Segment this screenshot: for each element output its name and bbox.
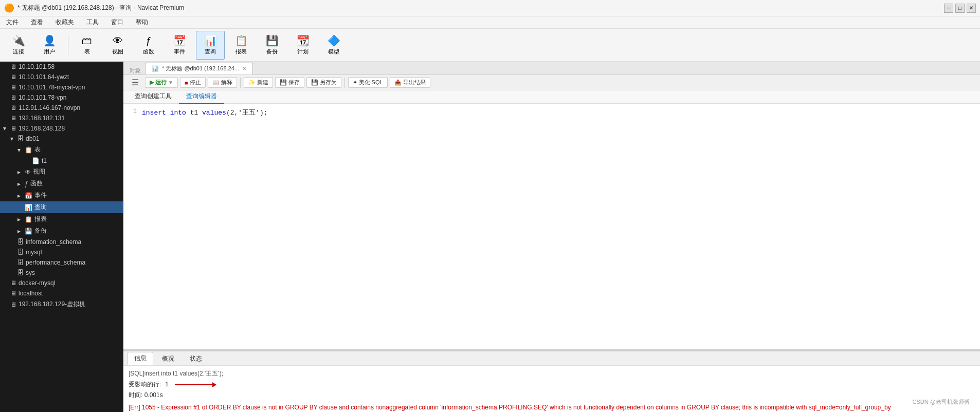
sidebar-item-vm[interactable]: 🖥 192.168.182.129-虚拟机 [0, 298, 123, 310]
export-button[interactable]: 📤 导出结果 [390, 77, 430, 88]
tab-close-icon[interactable]: ✕ [242, 66, 246, 71]
sidebar-label-info_schema: information_schema [26, 238, 81, 246]
explain-icon: 📖 [212, 79, 220, 86]
sidebar-item-db01[interactable]: ▾ 🗄 db01 [0, 134, 123, 144]
run-button[interactable]: ▶ 运行 ▼ [145, 77, 178, 88]
toolbar-btn-report[interactable]: 📋 报表 [227, 31, 256, 60]
minimize-button[interactable]: ─ [944, 4, 953, 13]
menu-item-帮助[interactable]: 帮助 [134, 17, 150, 28]
beautify-button[interactable]: ✦ 美化 SQL [348, 77, 388, 88]
new-button[interactable]: ✨ 新建 [244, 77, 273, 88]
menu-item-查看[interactable]: 查看 [29, 17, 45, 28]
toolbar-btn-user[interactable]: 👤 用户 [35, 31, 64, 60]
sidebar-expand-functions: ▸ [17, 180, 23, 188]
toolbar-btn-connect[interactable]: 🔌 连接 [4, 31, 33, 60]
sidebar-item-events[interactable]: ▸ 📅 事件 [0, 190, 123, 201]
toolbar-btn-function[interactable]: ƒ 函数 [134, 31, 163, 60]
menu-item-文件[interactable]: 文件 [4, 17, 21, 28]
sidebar-label-ip7: 192.168.248.128 [19, 125, 65, 132]
toolbar-btn-model[interactable]: 🔷 模型 [319, 31, 348, 60]
sidebar-item-ip5[interactable]: 🖥 112.91.146.167-novpn [0, 103, 123, 113]
sidebar-icon-ip2: 🖥 [10, 73, 16, 81]
sidebar-expand-tables: ▾ [17, 146, 23, 154]
export-label: 导出结果 [403, 79, 426, 86]
result-sql-line: [SQL]insert into t1 values(2,'王五'); [129, 369, 975, 379]
toolbar-btn-backup[interactable]: 💾 备份 [258, 31, 286, 60]
sidebar-item-localhost[interactable]: 🖥 localhost [0, 288, 123, 298]
stop-icon: ■ [185, 80, 188, 86]
sidebar-item-mysql[interactable]: 🗄 mysql [0, 247, 123, 257]
sidebar-label-ip6: 192.168.182.131 [19, 115, 65, 122]
main-layout: 🖥 10.10.101.58 🖥 10.10.101.64-ywzt 🖥 10.… [0, 62, 980, 412]
results-tab-状态[interactable]: 状态 [183, 352, 209, 365]
sidebar-icon-ip4: 🖥 [10, 94, 16, 101]
sidebar-item-ip3[interactable]: 🖥 10.10.101.78-mycat-vpn [0, 82, 123, 92]
function-icon: ƒ [146, 35, 151, 47]
sidebar-label-ip2: 10.10.101.64-ywzt [19, 73, 69, 81]
run-icon: ▶ [150, 79, 154, 86]
sidebar-item-ip1[interactable]: 🖥 10.10.101.58 [0, 62, 123, 72]
menu-item-工具[interactable]: 工具 [84, 17, 101, 28]
sidebar-label-perf_schema: performance_schema [26, 259, 85, 266]
sidebar-label-vm: 192.168.182.129-虚拟机 [19, 300, 85, 309]
subtab-查询创建工具[interactable]: 查询创建工具 [128, 90, 179, 104]
sidebar-expand-db01: ▾ [10, 135, 15, 142]
sidebar-item-t1[interactable]: 📄 t1 [0, 156, 123, 166]
toolbar-btn-view[interactable]: 👁 视图 [103, 31, 132, 60]
sidebar-label-t1: t1 [42, 157, 47, 164]
sidebar-item-ip7[interactable]: ▾ 🖥 192.168.248.128 [0, 123, 123, 134]
query-icon: 📊 [204, 34, 217, 47]
sidebar-item-views[interactable]: ▸ 👁 视图 [0, 166, 123, 178]
explain-button[interactable]: 📖 解释 [208, 77, 237, 88]
maximize-button[interactable]: □ [955, 4, 965, 13]
sidebar-item-functions[interactable]: ▸ ƒ 函数 [0, 178, 123, 190]
query-menu-icon[interactable]: ☰ [128, 77, 143, 89]
stop-button[interactable]: ■ 停止 [180, 77, 206, 88]
run-dropdown-icon[interactable]: ▼ [168, 80, 173, 85]
sidebar-item-queries[interactable]: 📊 查询 [0, 201, 123, 213]
results-tab-概况[interactable]: 概况 [155, 352, 181, 365]
view-icon: 👁 [113, 35, 123, 47]
sidebar-label-backups: 备份 [34, 227, 47, 235]
sidebar-label-queries: 查询 [34, 203, 47, 212]
sidebar-icon-mysql: 🗄 [17, 249, 24, 256]
sidebar-item-docker[interactable]: 🖥 docker-mysql [0, 278, 123, 288]
sidebar-item-ip2[interactable]: 🖥 10.10.101.64-ywzt [0, 72, 123, 82]
toolbar-separator [68, 35, 68, 55]
save-as-button[interactable]: 💾 另存为 [306, 77, 341, 88]
sidebar-expand-views: ▸ [17, 168, 23, 176]
query-tab[interactable]: 📊 * 无标题 @db01 (192.168.24... ✕ [145, 63, 253, 74]
query-tab-label: * 无标题 @db01 (192.168.24... [162, 65, 239, 72]
sidebar-item-reports[interactable]: ▸ 📋 报表 [0, 213, 123, 225]
save-button[interactable]: 💾 保存 [275, 77, 304, 88]
beautify-icon: ✦ [353, 79, 357, 86]
sidebar-item-backups[interactable]: ▸ 💾 备份 [0, 225, 123, 237]
time-value: 0.001s [144, 391, 163, 399]
model-icon: 🔷 [328, 34, 340, 47]
sidebar-item-perf_schema[interactable]: 🗄 performance_schema [0, 257, 123, 268]
toolbar-btn-query[interactable]: 📊 查询 [196, 31, 225, 60]
schedule-label: 计划 [297, 48, 308, 55]
close-button[interactable]: ✕ [967, 4, 976, 13]
sidebar-icon-queries: 📊 [25, 204, 32, 211]
sql-editor[interactable]: 1insert into t1 values(2,'王五'); [123, 104, 980, 350]
sidebar-item-info_schema[interactable]: 🗄 information_schema [0, 237, 123, 247]
toolbar-btn-schedule[interactable]: 📆 计划 [288, 31, 317, 60]
sidebar-icon-ip3: 🖥 [10, 84, 16, 91]
sidebar-item-sys[interactable]: 🗄 sys [0, 268, 123, 278]
sidebar-item-ip4[interactable]: 🖥 10.10.101.78-vpn [0, 92, 123, 103]
sidebar-expand-backups: ▸ [17, 228, 23, 235]
sql-line-1[interactable]: 1insert into t1 values(2,'王五'); [123, 108, 980, 118]
menu-item-窗口[interactable]: 窗口 [109, 17, 125, 28]
toolbar-btn-event[interactable]: 📅 事件 [165, 31, 194, 60]
subtab-查询编辑器[interactable]: 查询编辑器 [179, 90, 224, 104]
sidebar-item-tables[interactable]: ▾ 📋 表 [0, 144, 123, 156]
results-tab-信息[interactable]: 信息 [128, 352, 153, 365]
toolbar: 🔌 连接 👤 用户 🗃 表 👁 视图 ƒ 函数 📅 事件 📊 查询 📋 报表 💾… [0, 29, 980, 62]
results-panel: 信息概况状态 [SQL]insert into t1 values(2,'王五'… [123, 350, 980, 412]
toolbar-btn-table[interactable]: 🗃 表 [72, 31, 101, 60]
sidebar: 🖥 10.10.101.58 🖥 10.10.101.64-ywzt 🖥 10.… [0, 62, 123, 412]
sidebar-item-ip6[interactable]: 🖥 192.168.182.131 [0, 113, 123, 123]
query-tab-icon: 📊 [152, 65, 159, 72]
menu-item-收藏夹[interactable]: 收藏夹 [53, 17, 76, 28]
